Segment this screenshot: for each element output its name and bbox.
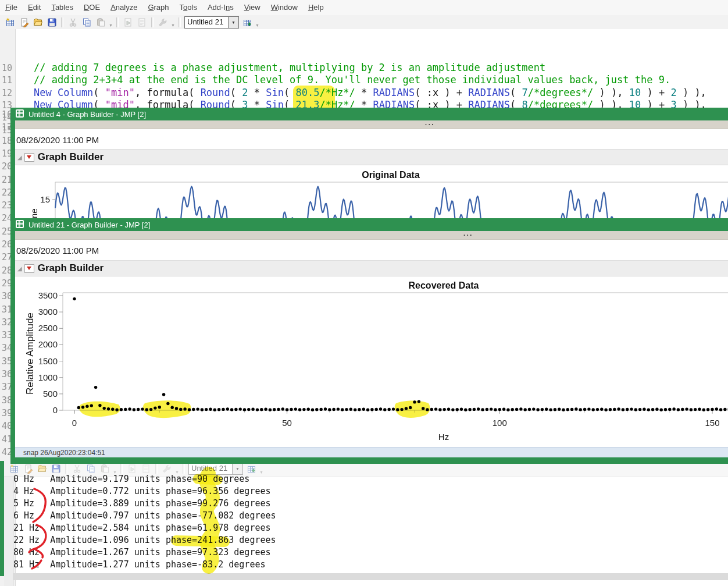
toolbar-separator [155,464,158,474]
paste-icon [98,463,112,475]
save-icon[interactable] [49,463,63,475]
log-window-icon [135,16,149,29]
new-table-icon[interactable] [3,16,17,29]
toolbar-separator [179,17,181,27]
toolbar-overflow-caret-icon[interactable]: ▾ [254,23,260,29]
document-selector-value[interactable]: Untitled 21 [184,16,229,29]
svg-text:1500: 1500 [38,356,58,366]
document-selector[interactable]: Untitled 21▼ [188,463,243,475]
wrench-icon [156,16,170,29]
svg-text:3000: 3000 [38,307,58,317]
svg-text:50: 50 [282,418,292,428]
menu-tools[interactable]: Tools [174,0,202,15]
jmp-table-icon [15,219,24,230]
menu-doe[interactable]: DOE [78,0,105,15]
svg-text:2000: 2000 [38,339,58,349]
toolbar-separator [61,17,63,27]
log-row: 6 Hz Amplitude=0.797 units phase=-77.082… [13,510,276,521]
document-selector-dropdown-icon[interactable]: ▼ [233,463,243,475]
line-number: 12 [0,88,12,98]
log-row: 21 Hz Amplitude=2.584 units phase=61.978… [13,523,271,533]
jmp-table-icon [15,109,24,120]
table-plus-icon[interactable] [240,16,254,29]
new-table-icon[interactable] [7,463,21,475]
code-line-10: // adding 7 degrees is a phase adjustmen… [34,62,545,74]
cut-icon [66,16,80,29]
toolbar-separator [151,17,154,27]
copy-icon[interactable] [80,16,94,29]
line-number: 10 [0,63,12,73]
wrench-icon [160,463,174,475]
menu-window[interactable]: Window [266,0,303,15]
log-row: 4 Hz Amplitude=0.772 units phase=96.356 … [13,486,271,496]
log-row: 0 Hz Amplitude=9.179 units phase=90 degr… [13,474,249,484]
toolbar-separator [120,464,123,474]
background-window-border [0,461,4,576]
svg-text:500: 500 [43,389,58,399]
log-row: 22 Hz Amplitude=1.096 units phase=241.86… [13,535,276,545]
y-axis-label-partial: combine [29,208,39,218]
run-script-icon [125,463,139,475]
menu-file[interactable]: File [0,0,23,15]
toolbar-separator [116,17,119,27]
log-row: 80 Hz Amplitude=1.267 units phase=97.323… [13,547,271,557]
new-script-icon[interactable] [17,16,31,29]
window-title-bar[interactable]: Untitled 21 - Graph Builder - JMP [2] [10,218,728,231]
svg-text:3500: 3500 [38,290,58,300]
toolbar-separator [183,464,185,474]
paste-icon [94,16,108,29]
svg-text:0: 0 [72,418,77,428]
svg-text:2500: 2500 [38,323,58,333]
svg-text:100: 100 [493,418,507,428]
svg-text:1000: 1000 [38,372,58,382]
log-gutter [4,476,13,586]
table-plus-icon[interactable] [244,463,258,475]
menu-help[interactable]: Help [303,0,329,15]
menu-graph[interactable]: Graph [142,0,174,15]
menu-tables[interactable]: Tables [46,0,78,15]
svg-text:Hz: Hz [438,432,449,442]
svg-text:150: 150 [705,418,719,428]
open-folder-icon[interactable] [35,463,49,475]
menu-bar: FileEditTablesDOEAnalyzeGraphToolsAdd-In… [0,0,728,16]
menu-view[interactable]: View [239,0,266,15]
menu-addins[interactable]: Add-Ins [202,0,239,15]
toolbar-separator [65,464,67,474]
original-data-chart: 15 [15,120,728,218]
log-row: 81 Hz Amplitude=1.277 units phase=-83.2 … [13,559,265,570]
toolbar-overflow-caret-icon[interactable]: ▾ [258,470,265,476]
run-script-icon [121,16,135,29]
save-icon[interactable] [45,16,59,29]
status-text: snap 26Aug2020:23:04:51 [23,449,105,457]
new-script-icon[interactable] [21,463,35,475]
window-recovered-data: Untitled 21 - Graph Builder - JMP [2] ··… [10,218,728,464]
window-status-bar: snap 26Aug2020:23:04:51 [15,447,728,457]
open-folder-icon[interactable] [31,16,45,29]
window-original-data: Untitled 4 - Graph Builder - JMP [2] ···… [10,108,728,218]
document-selector-dropdown-icon[interactable]: ▼ [229,16,239,29]
window-title: Untitled 21 - Graph Builder - JMP [2] [28,221,150,229]
menu-analyze[interactable]: Analyze [105,0,142,15]
code-line-11: // adding 2+3+4 at the end is the DC lev… [34,74,670,86]
cut-icon [70,463,84,475]
svg-text:0: 0 [53,405,58,415]
main-toolbar: ▾▾Untitled 21▼▾ [0,15,728,30]
code-line-12: New Column( "min", formula( Round( 2 * S… [34,87,706,99]
toolbar-overflow-caret-icon[interactable]: ▾ [108,23,114,29]
svg-text:15: 15 [40,194,50,204]
copy-icon[interactable] [84,463,98,475]
y-axis-label: Relative Amplitude [24,312,36,395]
window-title: Untitled 4 - Graph Builder - JMP [2] [28,110,146,119]
toolbar-overflow-caret-icon[interactable]: ▾ [170,23,176,29]
document-selector-value[interactable]: Untitled 21 [188,463,233,475]
line-number: 11 [0,75,12,86]
log-bottom-strip [13,573,728,580]
recovered-data-chart: 0500100015002000250030003500050100150Hz [15,231,728,446]
log-row: 5 Hz Amplitude=3.889 units phase=99.276 … [13,498,271,509]
document-selector[interactable]: Untitled 21▼ [184,16,239,29]
window-title-bar[interactable]: Untitled 4 - Graph Builder - JMP [2] [10,108,728,120]
menu-edit[interactable]: Edit [23,0,46,15]
log-window-icon [139,463,153,475]
jmp-application: FileEditTablesDOEAnalyzeGraphToolsAdd-In… [0,0,728,586]
